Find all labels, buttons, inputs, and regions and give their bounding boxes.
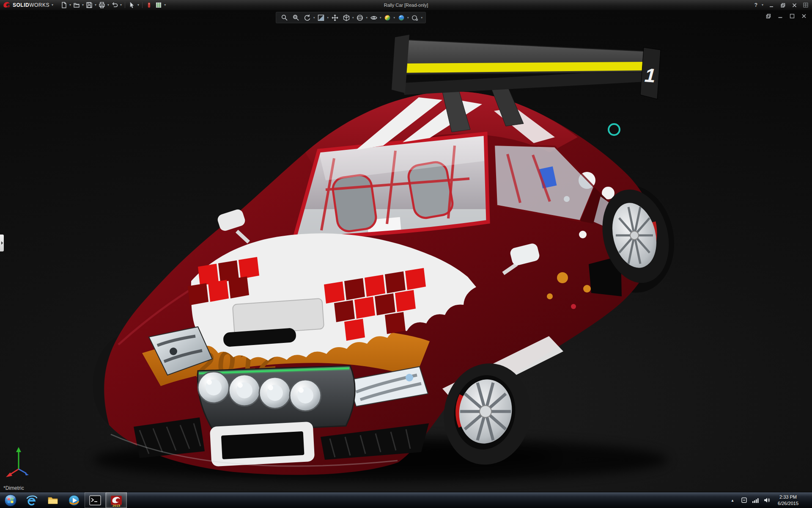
print-icon[interactable] — [98, 1, 106, 9]
taskbar: 2015 ▴ 2:33 PM — [0, 492, 812, 508]
volume-icon[interactable] — [763, 497, 771, 504]
network-icon[interactable] — [752, 497, 759, 504]
windshield — [292, 134, 491, 243]
solidworks-window: SOLIDWORKS ▾ ▾ ▾ ▾ — [0, 0, 812, 508]
spreadsheet-icon[interactable] — [154, 1, 163, 9]
clock-time: 2:33 PM — [778, 494, 798, 500]
wing-number-decal: 1 — [644, 64, 656, 87]
dropdown-caret-icon[interactable]: ▾ — [82, 3, 84, 7]
dropdown-caret-icon[interactable]: ▾ — [94, 3, 97, 7]
brand-text: SOLIDWORKS — [13, 2, 49, 8]
select-icon[interactable] — [128, 1, 136, 9]
rally-car-model[interactable]: 2012 — [0, 10, 812, 492]
layout-grid-icon[interactable] — [802, 2, 809, 8]
quick-access-toolbar: ▾ ▾ ▾ ▾ — [60, 1, 166, 9]
taskbar-media-player[interactable] — [63, 492, 85, 508]
taskbar-internet-explorer[interactable] — [21, 492, 42, 508]
window-controls: ? ▾ — [754, 2, 809, 8]
help-caret-icon[interactable]: ▾ — [761, 3, 764, 7]
dropdown-caret-icon[interactable]: ▾ — [137, 3, 140, 7]
internet-explorer-icon — [26, 494, 38, 506]
orientation-triad — [5, 445, 39, 482]
save-icon[interactable] — [85, 1, 93, 9]
minimize-button[interactable] — [768, 2, 775, 8]
view-orientation-label: *Dimetric — [3, 485, 24, 491]
taskbar-clock[interactable]: 2:33 PM 6/26/2015 — [774, 494, 802, 506]
taskbar-command-prompt[interactable] — [85, 492, 106, 508]
system-tray: ▴ 2:33 PM 6/26/2015 — [729, 492, 812, 508]
taskbar-solidworks[interactable]: 2015 — [106, 492, 127, 508]
dropdown-caret-icon[interactable]: ▾ — [120, 3, 122, 7]
restore-button[interactable] — [779, 2, 787, 8]
solidworks-logo-icon — [3, 1, 11, 9]
dropdown-caret-icon[interactable]: ▾ — [69, 3, 71, 7]
license-plate — [210, 422, 315, 467]
folder-icon — [47, 494, 59, 506]
front-grille — [198, 366, 355, 432]
console-icon — [89, 495, 101, 505]
open-icon[interactable] — [72, 1, 81, 9]
clock-date: 6/26/2015 — [778, 500, 798, 506]
taskbar-file-explorer[interactable] — [42, 492, 63, 508]
media-player-icon — [68, 494, 80, 506]
z-axis-icon — [25, 472, 29, 475]
app-menu[interactable]: SOLIDWORKS ▾ — [3, 1, 54, 9]
toolbar-separator — [142, 2, 143, 8]
color-swatch-icon[interactable] — [145, 1, 154, 9]
dropdown-caret-icon[interactable]: ▾ — [164, 3, 166, 7]
action-center-icon[interactable] — [740, 497, 748, 504]
fuel-cap-decal — [609, 124, 620, 135]
graphics-viewport[interactable]: ▾ ▾ ▾ — [0, 10, 812, 492]
close-button[interactable] — [790, 2, 798, 8]
title-bar: SOLIDWORKS ▾ ▾ ▾ ▾ — [0, 0, 812, 10]
toolbar-separator — [125, 2, 125, 8]
menu-caret-icon[interactable]: ▾ — [51, 3, 54, 7]
hidden-icons-chevron[interactable]: ▴ — [729, 497, 736, 504]
help-button[interactable]: ? — [754, 2, 757, 8]
y-axis-icon — [16, 447, 21, 452]
new-document-icon[interactable] — [60, 1, 68, 9]
undo-icon[interactable] — [110, 1, 119, 9]
dropdown-caret-icon[interactable]: ▾ — [107, 3, 110, 7]
sw-version-badge: 2015 — [106, 504, 127, 508]
start-button[interactable] — [0, 492, 21, 508]
